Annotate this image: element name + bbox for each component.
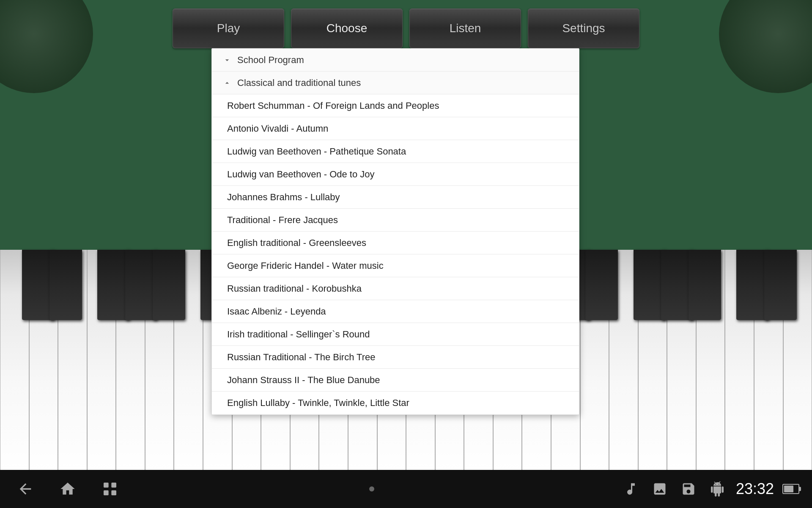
white-key[interactable] bbox=[29, 250, 58, 474]
white-key[interactable] bbox=[580, 250, 609, 474]
save-icon bbox=[678, 479, 699, 499]
piano-background: Play Choose Listen Settings 4 bbox=[0, 0, 812, 508]
music-icon bbox=[621, 479, 641, 499]
song-list-item[interactable]: Antonio Vivaldi - Autumn bbox=[212, 117, 579, 140]
nav-dot bbox=[369, 486, 374, 491]
song-list-item[interactable]: George Frideric Handel - Water music bbox=[212, 254, 579, 277]
white-key[interactable] bbox=[87, 250, 116, 474]
song-dropdown: School Program Classical and traditional… bbox=[211, 48, 579, 415]
bottom-nav-icons bbox=[13, 476, 123, 502]
song-list-item[interactable]: English traditional - Greensleeves bbox=[212, 232, 579, 254]
battery-icon bbox=[782, 484, 799, 494]
dropdown-subcategory[interactable]: Classical and traditional tunes bbox=[212, 72, 579, 94]
battery-fill bbox=[784, 486, 793, 492]
song-list-item[interactable]: Johannes Brahms - Lullaby bbox=[212, 186, 579, 209]
android-icon bbox=[707, 479, 727, 499]
white-key[interactable] bbox=[754, 250, 783, 474]
white-key[interactable] bbox=[116, 250, 145, 474]
song-list-item[interactable]: Irish traditional - Sellinger`s Round bbox=[212, 323, 579, 346]
white-key[interactable] bbox=[696, 250, 725, 474]
white-key[interactable] bbox=[783, 250, 812, 474]
back-button[interactable] bbox=[13, 476, 38, 502]
chevron-up-icon bbox=[222, 78, 232, 88]
song-list-item[interactable]: Ludwig van Beethoven - Ode to Joy bbox=[212, 163, 579, 186]
song-list-item[interactable]: English Lullaby - Twinkle, Twinkle, Litt… bbox=[212, 392, 579, 414]
white-key[interactable] bbox=[667, 250, 696, 474]
svg-rect-2 bbox=[104, 490, 109, 495]
song-list: Robert Schumman - Of Foreign Lands and P… bbox=[212, 94, 579, 414]
home-button[interactable] bbox=[55, 476, 80, 502]
choose-button[interactable]: Choose bbox=[291, 8, 403, 48]
white-key[interactable] bbox=[725, 250, 754, 474]
svg-rect-3 bbox=[111, 490, 116, 495]
svg-rect-0 bbox=[104, 483, 109, 488]
song-list-item[interactable]: Russian Traditional - The Birch Tree bbox=[212, 346, 579, 369]
bottom-right-icons: 23:32 bbox=[621, 479, 799, 499]
chevron-down-icon bbox=[222, 55, 232, 65]
bottom-nav-bar: 23:32 bbox=[0, 470, 812, 508]
white-key[interactable] bbox=[174, 250, 203, 474]
dropdown-category[interactable]: School Program bbox=[212, 49, 579, 72]
song-list-item[interactable]: Traditional - Frere Jacques bbox=[212, 209, 579, 232]
listen-button[interactable]: Listen bbox=[409, 8, 521, 48]
recents-button[interactable] bbox=[97, 476, 123, 502]
settings-button[interactable]: Settings bbox=[528, 8, 639, 48]
song-list-item[interactable]: Ludwig van Beethoven - Pathetique Sonata bbox=[212, 140, 579, 163]
song-list-item[interactable]: Johann Strauss II - The Blue Danube bbox=[212, 369, 579, 392]
white-key[interactable] bbox=[638, 250, 667, 474]
white-key[interactable] bbox=[145, 250, 174, 474]
white-key[interactable] bbox=[58, 250, 87, 474]
play-button[interactable]: Play bbox=[173, 8, 284, 48]
song-list-item[interactable]: Isaac Albeniz - Leyenda bbox=[212, 300, 579, 323]
bottom-center bbox=[123, 486, 621, 491]
white-key[interactable] bbox=[0, 250, 29, 474]
svg-rect-1 bbox=[111, 483, 116, 488]
white-key[interactable] bbox=[609, 250, 638, 474]
photo-icon bbox=[650, 479, 670, 499]
song-list-item[interactable]: Robert Schumman - Of Foreign Lands and P… bbox=[212, 94, 579, 117]
song-list-item[interactable]: Russian traditional - Korobushka bbox=[212, 277, 579, 300]
clock-display: 23:32 bbox=[736, 480, 774, 498]
